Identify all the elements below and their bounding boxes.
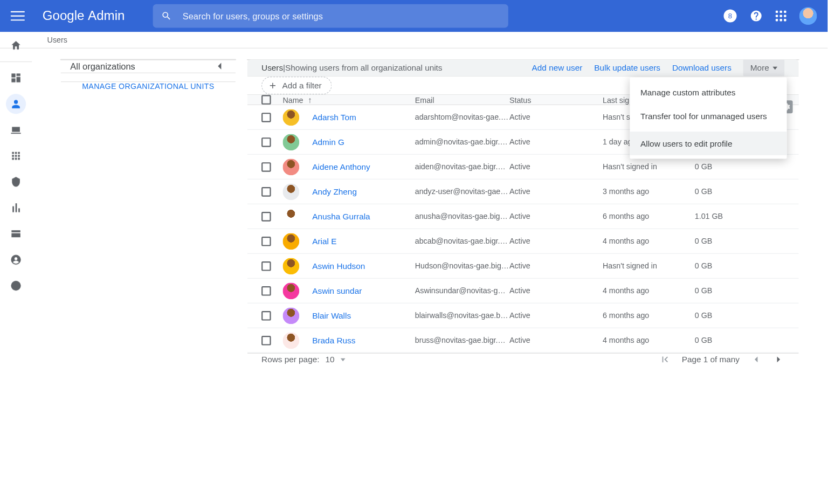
first-page-icon[interactable] (659, 354, 671, 365)
user-avatar (283, 183, 300, 200)
user-last-signin: Hasn't signed in (603, 261, 695, 270)
user-storage: 0 GB (695, 162, 742, 171)
user-email: bruss@novitas-gae.bigr.na... (415, 336, 509, 344)
rail-dashboard[interactable] (6, 68, 26, 88)
user-avatar (283, 233, 300, 250)
user-last-signin: 4 months ago (603, 336, 695, 344)
rail-reports[interactable] (6, 198, 26, 218)
app-logo[interactable]: Google Admin (43, 8, 125, 23)
add-user-button[interactable]: Add new user (532, 63, 583, 73)
add-filter-button[interactable]: Add a filter (261, 77, 332, 94)
table-row[interactable]: Aswin sundarAswinsundar@novitas-gae....A… (247, 279, 799, 303)
rail-account[interactable] (6, 250, 26, 270)
row-checkbox[interactable] (261, 336, 271, 346)
user-last-signin: 4 months ago (603, 237, 695, 245)
menu-manage-attributes[interactable]: Manage custom attributes (630, 81, 786, 105)
table-row[interactable]: Aswin HudsonHudson@novitas-gae.bigr.n...… (247, 254, 799, 279)
rail-rules[interactable] (6, 275, 26, 295)
bulk-update-button[interactable]: Bulk update users (594, 63, 660, 73)
breadcrumb: Users (0, 32, 827, 49)
download-users-button[interactable]: Download users (672, 63, 732, 73)
user-name-link[interactable]: Adarsh Tom (312, 113, 356, 122)
users-heading: Users (261, 63, 283, 73)
row-checkbox[interactable] (261, 261, 271, 271)
rail-security[interactable] (6, 172, 26, 192)
rail-devices[interactable] (6, 120, 26, 140)
select-all-checkbox[interactable] (261, 95, 271, 105)
user-status: Active (509, 336, 603, 344)
apps-icon[interactable] (776, 11, 786, 22)
manage-orgs-button[interactable]: MANAGE ORGANIZATIONAL UNITS (61, 81, 236, 91)
more-button[interactable]: More (743, 60, 785, 77)
row-checkbox[interactable] (261, 137, 271, 147)
table-row[interactable]: Blair Wallsblairwalls@novitas-gae.bigr..… (247, 303, 799, 328)
user-last-signin: Hasn't signed in (603, 162, 695, 171)
user-storage: 0 GB (695, 261, 742, 270)
account-avatar[interactable] (799, 7, 817, 25)
user-name-link[interactable]: Blair Walls (312, 311, 351, 321)
sort-asc-icon: ↑ (308, 95, 312, 105)
org-panel-header: All organizations (61, 60, 236, 73)
col-name-header[interactable]: Name ↑ (283, 95, 415, 105)
header-actions: 8 (723, 7, 817, 25)
rows-per-page-value: 10 (325, 355, 334, 364)
user-name-link[interactable]: Anusha Gurrala (312, 212, 370, 222)
help-icon[interactable] (750, 10, 763, 23)
user-avatar (283, 134, 300, 150)
col-status-header[interactable]: Status (509, 95, 603, 104)
user-name-link[interactable]: Aswin sundar (312, 286, 362, 296)
user-status: Active (509, 212, 603, 220)
user-avatar (283, 208, 300, 225)
table-row[interactable]: Anusha Gurralaanusha@novitas-gae.bigr.n.… (247, 204, 799, 229)
row-checkbox[interactable] (261, 286, 271, 296)
row-checkbox[interactable] (261, 311, 271, 321)
user-name-link[interactable]: Aidene Anthony (312, 162, 370, 172)
users-panel-header: Users | Showing users from all organizat… (247, 60, 799, 77)
row-checkbox[interactable] (261, 187, 271, 197)
row-checkbox[interactable] (261, 237, 271, 246)
prev-page-icon[interactable] (750, 354, 762, 365)
user-storage: 1.01 GB (695, 212, 742, 220)
user-name-link[interactable]: Arial E (312, 237, 336, 246)
user-name-link[interactable]: Andy Zheng (312, 187, 357, 197)
menu-transfer-tool[interactable]: Transfer tool for unmanaged users (630, 105, 786, 128)
user-name-link[interactable]: Brada Russ (312, 336, 355, 346)
collapse-icon[interactable] (213, 60, 226, 73)
global-search[interactable] (153, 4, 508, 28)
header-badge[interactable]: 8 (723, 10, 736, 23)
user-email: adarshtom@novitas-gae. bi... (415, 113, 509, 121)
user-avatar (283, 282, 300, 299)
row-checkbox[interactable] (261, 113, 271, 122)
user-name-link[interactable]: Aswin Hudson (312, 261, 365, 271)
user-avatar (283, 258, 300, 274)
table-row[interactable]: Arial Eabcab@novitas-gae.bigr.na...Activ… (247, 229, 799, 254)
rail-home[interactable] (6, 36, 26, 56)
user-email: andyz-user@novitas-gae.bi... (415, 187, 509, 196)
user-storage: 0 GB (695, 311, 742, 320)
rows-per-page[interactable]: Rows per page: 10 (261, 355, 345, 364)
col-email-header[interactable]: Email (415, 95, 509, 104)
rail-users[interactable] (6, 94, 26, 114)
next-page-icon[interactable] (772, 354, 784, 365)
row-checkbox[interactable] (261, 162, 271, 172)
table-row[interactable]: Brada Russbruss@novitas-gae.bigr.na...Ac… (247, 328, 799, 353)
user-email: blairwalls@novitas-gae.bigr... (415, 311, 509, 320)
more-dropdown: Manage custom attributes Transfer tool f… (630, 77, 786, 158)
user-name-link[interactable]: Admin G (312, 137, 344, 147)
hamburger-menu-icon[interactable] (11, 9, 25, 23)
add-filter-label: Add a filter (282, 81, 321, 91)
nav-rail (0, 32, 32, 295)
menu-allow-edit-profile[interactable]: Allow users to edit profile (630, 132, 786, 155)
row-checkbox[interactable] (261, 212, 271, 222)
breadcrumb-users[interactable]: Users (47, 36, 67, 44)
users-actions: Add new user Bulk update users Download … (532, 60, 785, 77)
table-row[interactable]: Andy Zhengandyz-user@novitas-gae.bi...Ac… (247, 179, 799, 204)
rail-billing[interactable] (6, 224, 26, 244)
rail-apps[interactable] (6, 146, 26, 165)
user-last-signin: 3 months ago (603, 187, 695, 196)
global-search-input[interactable] (183, 11, 500, 21)
user-avatar (283, 332, 300, 349)
user-status: Active (509, 187, 603, 196)
org-panel: All organizations Users from all organiz… (60, 59, 236, 60)
more-label: More (750, 63, 769, 73)
